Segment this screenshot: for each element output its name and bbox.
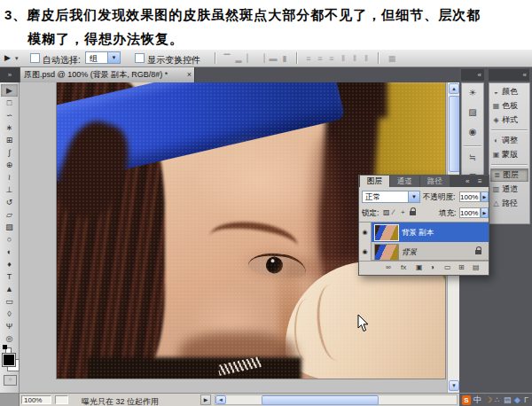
tool-path-selection[interactable]: ▲: [1, 283, 18, 295]
tool-notes[interactable]: ◊: [1, 308, 18, 320]
fill-slider-icon[interactable]: ▶: [481, 207, 489, 218]
panel-button-layers[interactable]: ≣图层: [490, 168, 528, 182]
new-group-icon[interactable]: ▭: [444, 263, 451, 271]
distribute-bottom-icon[interactable]: ≡: [326, 54, 337, 63]
auto-select-checkbox[interactable]: [30, 53, 40, 63]
panel-button-paths[interactable]: △路径: [490, 197, 528, 210]
lock-all-icon[interactable]: [410, 211, 416, 215]
tool-crop[interactable]: ⊞: [1, 134, 18, 146]
add-mask-icon[interactable]: ▣: [416, 263, 423, 271]
horizontal-scroll-thumb[interactable]: [262, 395, 379, 405]
tool-eraser[interactable]: ▱: [1, 208, 18, 221]
foreground-color-swatch[interactable]: [3, 354, 15, 366]
tool-marquee[interactable]: □: [1, 97, 18, 109]
distribute-left-icon[interactable]: ‖: [338, 54, 348, 63]
tab-paths[interactable]: 路径: [420, 176, 450, 187]
layer-row-background-copy[interactable]: ◉ 背景 副本: [359, 223, 489, 242]
link-layers-icon[interactable]: ∞: [386, 263, 391, 271]
tool-shape[interactable]: ▭: [1, 295, 18, 308]
tool-lasso[interactable]: ∽: [1, 109, 18, 121]
lock-pixels-icon[interactable]: ∕: [393, 208, 394, 216]
panel-button-adjustments[interactable]: ◐调整: [490, 134, 528, 147]
panel-menu-icon[interactable]: ≡: [478, 176, 482, 187]
histogram-icon[interactable]: ☀: [462, 88, 483, 98]
tool-history-brush[interactable]: ↺: [1, 196, 18, 208]
dock-collapse-icon[interactable]: «: [489, 69, 529, 81]
tool-eyedropper[interactable]: ∫: [1, 146, 18, 159]
zoom-level-field[interactable]: 100%: [21, 395, 51, 404]
chevron-down-icon[interactable]: ▼: [107, 52, 120, 63]
align-bottom-icon[interactable]: ▬: [268, 54, 278, 63]
default-colors-icon[interactable]: [3, 345, 11, 352]
tool-gradient[interactable]: ▨: [1, 221, 18, 233]
tool-move[interactable]: ▶: [1, 84, 18, 97]
navigator-icon[interactable]: ▨: [462, 107, 483, 117]
layer-row-background[interactable]: ◉ 背景: [359, 242, 489, 262]
panel-button-styles[interactable]: ◈样式: [490, 113, 528, 127]
layer-thumbnail[interactable]: [374, 244, 399, 261]
tool-clone-stamp[interactable]: ⊥: [1, 183, 18, 196]
scroll-up-icon[interactable]: ▲: [449, 83, 459, 94]
adjustment-layer-icon[interactable]: ◑: [430, 263, 434, 271]
horizontal-scrollbar[interactable]: ◄: [215, 394, 458, 405]
dots-icon[interactable]: ∴: [495, 395, 500, 405]
close-icon[interactable]: ×: [187, 67, 192, 82]
panel-button-channels[interactable]: ▥通道: [490, 183, 528, 196]
tool-brush[interactable]: ≀: [1, 171, 18, 183]
visibility-eye-icon[interactable]: ◉: [359, 242, 372, 262]
scroll-down-icon[interactable]: ▼: [449, 380, 459, 391]
sogou-icon[interactable]: S: [462, 395, 471, 405]
tool-blur[interactable]: ○: [1, 233, 18, 246]
new-layer-icon[interactable]: ⊞: [458, 263, 465, 271]
tool-type[interactable]: T: [1, 270, 18, 283]
panel-button-masks[interactable]: ▣蒙版: [490, 148, 528, 161]
chinese-input-icon[interactable]: 中: [473, 395, 481, 405]
tool-preset-arrow-icon[interactable]: ▾: [15, 55, 19, 62]
tool-zoom[interactable]: ◎: [1, 332, 18, 345]
delete-layer-icon[interactable]: ▤: [473, 263, 480, 271]
tool-hand[interactable]: Ψ: [1, 320, 18, 332]
distribute-vcenter-icon[interactable]: ≡: [315, 54, 325, 63]
align-vcenter-icon[interactable]: ▂: [233, 54, 244, 63]
quick-mask-icon[interactable]: ○: [4, 375, 17, 386]
vertical-scroll-thumb[interactable]: [449, 96, 459, 172]
lock-position-icon[interactable]: +: [401, 208, 405, 216]
moon-icon[interactable]: ☽: [485, 395, 492, 405]
align-left-icon[interactable]: ▏: [245, 54, 255, 63]
dock-collapse-icon[interactable]: «: [461, 69, 484, 81]
chevron-down-icon[interactable]: ▼: [408, 191, 419, 202]
scroll-left-icon[interactable]: ◄: [215, 395, 226, 404]
tab-layers[interactable]: 图层: [360, 176, 389, 187]
panel-button-color[interactable]: ◒颜色: [490, 85, 528, 98]
show-transform-checkbox[interactable]: [135, 53, 145, 63]
distribute-top-icon[interactable]: ≡: [303, 54, 314, 63]
tool-pen[interactable]: ♦: [1, 258, 18, 270]
fill-value[interactable]: 100%: [459, 207, 481, 218]
info-icon[interactable]: ◉: [462, 127, 483, 137]
align-right-icon[interactable]: ▕: [256, 54, 267, 63]
workspace-icon[interactable]: ▦: [387, 54, 397, 63]
tool-healing-brush[interactable]: ⊕: [1, 159, 18, 171]
layer-thumbnail[interactable]: [374, 224, 399, 241]
distribute-hcenter-icon[interactable]: ‖: [349, 54, 360, 63]
blend-mode-select[interactable]: 正常 ▼: [362, 191, 420, 203]
align-hcenter-icon[interactable]: ▮: [279, 54, 290, 63]
auto-select-dropdown[interactable]: 组 ▼: [85, 51, 121, 64]
gem-icon[interactable]: ◆: [514, 395, 520, 405]
status-expand-icon[interactable]: ▶: [200, 394, 211, 405]
collapse-icon[interactable]: «: [466, 176, 469, 187]
status-mini-field[interactable]: [55, 395, 68, 404]
history-icon[interactable]: ≒: [462, 152, 483, 162]
tool-quick-selection[interactable]: ∗: [1, 121, 18, 134]
keyboard-icon[interactable]: ▤: [504, 395, 512, 405]
opacity-slider-icon[interactable]: ▶: [481, 191, 489, 202]
visibility-eye-icon[interactable]: ◉: [359, 223, 372, 242]
panel-button-swatches[interactable]: ▦色板: [490, 99, 528, 113]
document-tab[interactable]: 原图.psd @ 100% (背景 副本, RGB/8#) * ×: [20, 67, 195, 82]
panel-grip-icon[interactable]: »: [0, 67, 20, 82]
align-top-icon[interactable]: ▔: [222, 54, 232, 63]
wrench-icon[interactable]: Γ: [524, 395, 528, 405]
layer-style-icon[interactable]: fx: [401, 263, 406, 271]
opacity-value[interactable]: 100%: [459, 191, 481, 202]
lock-transparency-icon[interactable]: ▨: [383, 208, 390, 216]
